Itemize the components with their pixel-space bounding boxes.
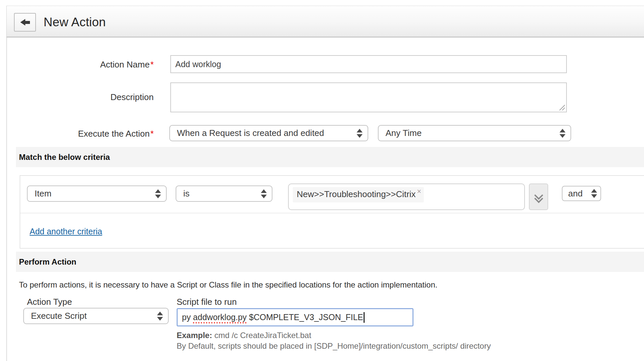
required-asterisk: *: [150, 60, 154, 69]
script-default-note: By Default, scripts should be placed in …: [177, 341, 491, 351]
select-arrows-icon: [560, 129, 565, 138]
text-cursor: [364, 312, 365, 323]
page-title: New Action: [44, 15, 106, 29]
back-button[interactable]: [14, 13, 36, 32]
criteria-field-select[interactable]: Item: [27, 185, 167, 202]
select-arrows-icon: [357, 129, 363, 138]
criteria-divider: [20, 213, 644, 213]
remove-tag-icon[interactable]: ×: [417, 187, 421, 196]
perform-section-header: Perform Action: [16, 252, 644, 272]
action-name-input[interactable]: Add worklog: [170, 55, 567, 73]
execute-action-label: Execute the Action*: [32, 129, 154, 139]
select-arrows-icon: [261, 189, 267, 198]
select-arrows-icon: [155, 189, 161, 198]
new-action-page: New Action Action Name* Add worklog Desc…: [0, 0, 644, 361]
script-file-input[interactable]: py addworklog.py $COMPLETE_V3_JSON_FILE: [177, 308, 413, 326]
required-asterisk: *: [150, 129, 154, 139]
action-type-label: Action Type: [27, 297, 72, 307]
execute-event-select[interactable]: When a Request is created and edited: [169, 125, 368, 141]
script-example-line: Example: cmd /c CreateJiraTicket.bat: [177, 331, 311, 340]
misspelled-word: addworklog.py: [193, 312, 246, 322]
action-name-label: Action Name*: [32, 60, 154, 70]
add-another-criteria-link[interactable]: Add another criteria: [30, 227, 102, 236]
script-file-label: Script file to run: [177, 297, 237, 307]
criteria-values-field[interactable]: New>>Troubleshooting>>Citrix ×: [288, 183, 525, 210]
select-arrows-icon: [157, 311, 163, 320]
panel-left-border: [6, 38, 7, 361]
description-textarea[interactable]: [170, 82, 567, 112]
criteria-section-header: Match the below criteria: [16, 147, 644, 167]
perform-note: To perform actions, it is necessary to h…: [19, 280, 437, 290]
execute-time-select[interactable]: Any Time: [378, 125, 571, 141]
description-label: Description: [32, 92, 154, 102]
criteria-value-tag: New>>Troubleshooting>>Citrix ×: [293, 187, 424, 202]
pick-values-button[interactable]: [529, 183, 548, 210]
resize-handle-icon[interactable]: [559, 104, 565, 110]
criteria-operator-select[interactable]: is: [176, 185, 272, 202]
action-type-select[interactable]: Execute Script: [23, 308, 169, 324]
criteria-joiner-select[interactable]: and: [562, 186, 601, 201]
select-arrows-icon: [591, 189, 597, 198]
arrow-left-icon: [20, 19, 30, 26]
